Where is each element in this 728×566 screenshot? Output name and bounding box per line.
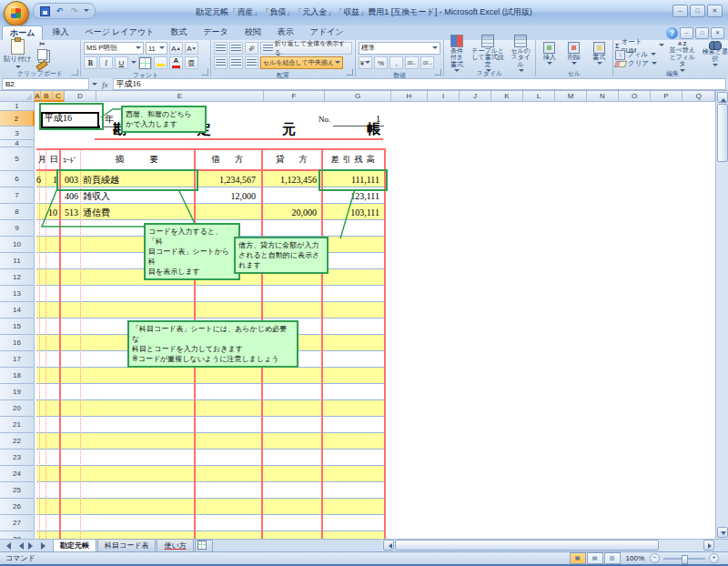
name-box[interactable]: B2 [2,78,89,90]
column-header-C[interactable]: C [53,91,65,102]
cell-day[interactable]: 10 [42,206,57,219]
horizontal-scroll-thumb[interactable] [395,540,659,551]
borders-button[interactable] [138,56,152,69]
row-header-17[interactable]: 17 [0,351,35,368]
select-all-button[interactable] [0,91,35,102]
conditional-formatting-button[interactable]: 条件付き書式 [446,35,468,76]
header-month[interactable]: 月 [36,153,48,167]
ribbon-tab-ページ レイアウト[interactable]: ページ レイアウト [77,25,161,39]
horizontal-scrollbar[interactable] [382,540,715,551]
row-header-18[interactable]: 18 [0,368,35,384]
row-header-11[interactable]: 11 [0,253,35,269]
grid-canvas[interactable]: 平成16 年 No. 1 勘定元帳 月 日 ｺｰﾄﾞ 摘要 借方 貸方 差引残高… [35,102,715,539]
prev-sheet-button[interactable] [13,541,25,551]
workbook-restore-button[interactable]: □ [695,27,709,39]
format-cells-button[interactable]: 書式 [591,42,607,68]
vertical-scroll-thumb[interactable] [717,104,728,162]
decrease-decimal-button[interactable]: .00→ [420,56,434,69]
zoom-level[interactable]: 100% [626,554,644,562]
callout-code-note[interactable]: コードを入力すると、「科 目コード表」シートから科 目を表示します [144,223,240,280]
cell-code[interactable]: 406 [61,189,78,203]
sheet-tab-勘定元帳[interactable]: 勘定元帳 [53,539,96,551]
row-header-13[interactable]: 13 [0,286,35,302]
row-header-21[interactable]: 21 [0,417,35,433]
header-code[interactable]: ｺｰﾄﾞ [59,154,80,167]
clear-button[interactable]: クリア [615,59,664,68]
find-select-button[interactable]: 検索と選択 [701,41,728,69]
zoom-out-button[interactable]: − [650,553,660,563]
cell-debit[interactable]: 12,000 [196,189,256,203]
percent-style-button[interactable]: % [374,56,388,69]
font-dialog-launcher-icon[interactable] [201,68,208,76]
number-dialog-launcher-icon[interactable] [434,68,441,76]
ribbon-tab-数式[interactable]: 数式 [163,25,194,39]
row-header-4[interactable]: 4 [0,140,35,147]
cut-button[interactable]: ✂ [35,38,49,49]
cell-desc[interactable]: 通信費 [83,206,110,219]
vertical-scrollbar[interactable] [715,91,728,539]
orientation-button[interactable]: ab [245,42,258,55]
delete-cells-button[interactable]: 削除 [566,42,582,68]
row-header-14[interactable]: 14 [0,302,35,318]
bold-button[interactable]: B [84,56,97,69]
formula-input[interactable]: 平成16 [113,78,727,90]
first-sheet-button[interactable] [0,541,13,551]
scroll-right-button[interactable] [703,540,714,551]
name-box-chevron-icon[interactable] [92,83,97,88]
page-layout-view-button[interactable]: ▤ [587,552,603,564]
scroll-up-button[interactable] [717,92,728,103]
shrink-font-button[interactable]: A▼ [185,42,198,55]
cell-desc[interactable]: 雑収入 [83,189,110,203]
font-size-select[interactable]: 11 [146,42,167,55]
column-header-E[interactable]: E [96,91,264,102]
row-header-16[interactable]: 16 [0,335,35,351]
align-left-button[interactable] [214,56,228,69]
column-header-B[interactable]: B [41,91,53,102]
cell-balance[interactable]: 103,111 [335,206,379,219]
number-format-select[interactable]: 標準 [359,42,440,55]
column-header-D[interactable]: D [65,91,96,102]
column-header-K[interactable]: K [491,91,523,102]
column-header-I[interactable]: I [428,91,460,102]
scroll-left-button[interactable] [383,540,394,551]
next-sheet-button[interactable] [25,541,38,551]
column-header-H[interactable]: H [391,91,428,102]
workbook-close-button[interactable]: ✕ [711,27,724,39]
header-balance[interactable]: 差引残高 [321,153,384,167]
minimize-button[interactable]: – [672,5,688,17]
row-header-8[interactable]: 8 [0,204,35,220]
row-header-25[interactable]: 25 [0,482,35,499]
column-header-L[interactable]: L [523,91,555,102]
increase-decimal-button[interactable]: .00← [405,56,419,69]
column-header-Q[interactable]: Q [682,91,715,102]
header-credit[interactable]: 貸方 [261,153,321,167]
accounting-format-button[interactable]: ¥ [359,56,372,69]
column-header-G[interactable]: G [325,91,391,102]
insert-worksheet-tab[interactable] [195,540,213,552]
chevron-down-icon[interactable] [131,61,136,66]
page-break-view-button[interactable]: ▥ [604,552,621,564]
header-debit[interactable]: 借方 [194,153,261,167]
middle-align-button[interactable] [229,42,243,55]
sheet-tab-使い方[interactable]: 使い方 [157,539,193,551]
row-header-6[interactable]: 6 [0,171,35,187]
callout-auto-note[interactable]: 借方、貸方に金額が入力 されると自動的に表示さ れます [234,237,329,274]
last-sheet-button[interactable] [38,541,51,551]
scroll-down-button[interactable] [717,527,728,538]
grow-font-button[interactable]: A▲ [169,42,183,55]
paste-button[interactable]: 貼り付け [2,39,33,71]
ribbon-tab-挿入[interactable]: 挿入 [45,25,76,39]
callout-year-note[interactable]: 西暦、和暦のどちら かで入力します [121,106,207,133]
column-header-N[interactable]: N [587,91,619,102]
row-header-1[interactable]: 1 [0,102,35,111]
row-header-12[interactable]: 12 [0,269,35,286]
row-header-19[interactable]: 19 [0,384,35,400]
clipboard-dialog-launcher-icon[interactable] [71,68,78,76]
column-header-A[interactable]: A [35,91,41,102]
cell-code[interactable]: 513 [61,206,78,219]
selected-cell-b2[interactable] [41,112,99,128]
sheet-tab-科目コード表[interactable]: 科目コード表 [97,539,156,551]
row-header-7[interactable]: 7 [0,187,35,204]
align-right-button[interactable] [245,56,258,69]
column-header-P[interactable]: P [651,91,682,102]
